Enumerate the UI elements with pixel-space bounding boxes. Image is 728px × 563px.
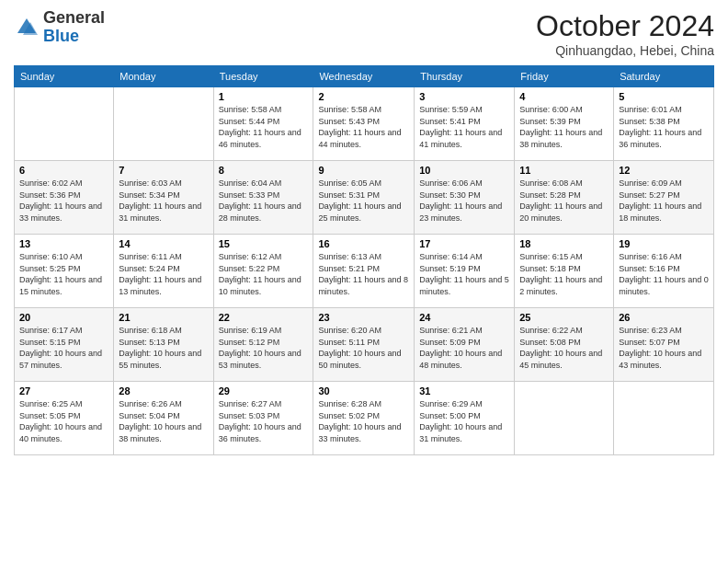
calendar-cell: 28 Sunrise: 6:26 AMSunset: 5:04 PMDaylig… [114, 382, 213, 455]
day-info: Sunrise: 6:15 AMSunset: 5:18 PMDaylight:… [519, 251, 609, 297]
day-info: Sunrise: 6:21 AMSunset: 5:09 PMDaylight:… [419, 325, 509, 371]
calendar-cell: 13 Sunrise: 6:10 AMSunset: 5:25 PMDaylig… [15, 235, 114, 308]
calendar-cell: 19 Sunrise: 6:16 AMSunset: 5:16 PMDaylig… [614, 235, 714, 308]
location: Qinhuangdao, Hebei, China [536, 43, 714, 58]
day-number: 25 [519, 312, 609, 323]
day-info: Sunrise: 5:58 AMSunset: 5:44 PMDaylight:… [219, 104, 309, 150]
day-info: Sunrise: 6:03 AMSunset: 5:34 PMDaylight:… [119, 178, 208, 224]
day-info: Sunrise: 6:08 AMSunset: 5:28 PMDaylight:… [519, 178, 609, 224]
day-number: 10 [419, 165, 509, 176]
calendar-cell: 2 Sunrise: 5:58 AMSunset: 5:43 PMDayligh… [313, 87, 415, 161]
page-header: General Blue October 2024 Qinhuangdao, H… [14, 9, 714, 58]
calendar-week-row: 27 Sunrise: 6:25 AMSunset: 5:05 PMDaylig… [15, 382, 714, 455]
calendar-cell: 15 Sunrise: 6:12 AMSunset: 5:22 PMDaylig… [213, 235, 313, 308]
day-number: 27 [19, 385, 108, 396]
day-number: 29 [219, 385, 309, 396]
calendar-table: Sunday Monday Tuesday Wednesday Thursday… [14, 65, 714, 455]
header-row: Sunday Monday Tuesday Wednesday Thursday… [15, 66, 714, 87]
day-info: Sunrise: 6:18 AMSunset: 5:13 PMDaylight:… [119, 325, 208, 371]
title-block: October 2024 Qinhuangdao, Hebei, China [536, 9, 714, 58]
calendar-cell: 22 Sunrise: 6:19 AMSunset: 5:12 PMDaylig… [213, 308, 313, 382]
day-number: 17 [419, 238, 509, 249]
logo-icon [14, 15, 40, 40]
day-number: 18 [519, 238, 609, 249]
day-info: Sunrise: 6:02 AMSunset: 5:36 PMDaylight:… [19, 178, 108, 224]
calendar-cell: 31 Sunrise: 6:29 AMSunset: 5:00 PMDaylig… [415, 382, 515, 455]
day-info: Sunrise: 5:58 AMSunset: 5:43 PMDaylight:… [318, 104, 409, 150]
day-number: 2 [318, 91, 409, 102]
day-info: Sunrise: 6:16 AMSunset: 5:16 PMDaylight:… [619, 251, 709, 297]
calendar-week-row: 1 Sunrise: 5:58 AMSunset: 5:44 PMDayligh… [15, 87, 714, 161]
day-info: Sunrise: 6:10 AMSunset: 5:25 PMDaylight:… [19, 251, 108, 297]
calendar-cell: 30 Sunrise: 6:28 AMSunset: 5:02 PMDaylig… [313, 382, 415, 455]
calendar-cell: 10 Sunrise: 6:06 AMSunset: 5:30 PMDaylig… [415, 161, 515, 235]
day-info: Sunrise: 6:12 AMSunset: 5:22 PMDaylight:… [219, 251, 309, 297]
logo: General Blue [14, 9, 105, 46]
day-info: Sunrise: 6:11 AMSunset: 5:24 PMDaylight:… [119, 251, 208, 297]
col-sunday: Sunday [15, 66, 114, 87]
calendar-cell: 27 Sunrise: 6:25 AMSunset: 5:05 PMDaylig… [15, 382, 114, 455]
calendar-cell: 20 Sunrise: 6:17 AMSunset: 5:15 PMDaylig… [15, 308, 114, 382]
day-info: Sunrise: 6:25 AMSunset: 5:05 PMDaylight:… [19, 398, 108, 444]
calendar-cell: 16 Sunrise: 6:13 AMSunset: 5:21 PMDaylig… [313, 235, 415, 308]
calendar-cell: 26 Sunrise: 6:23 AMSunset: 5:07 PMDaylig… [614, 308, 714, 382]
col-friday: Friday [515, 66, 614, 87]
day-number: 21 [119, 312, 208, 323]
calendar-cell: 18 Sunrise: 6:15 AMSunset: 5:18 PMDaylig… [515, 235, 614, 308]
day-info: Sunrise: 6:13 AMSunset: 5:21 PMDaylight:… [318, 251, 409, 297]
calendar-cell [614, 382, 714, 455]
calendar-cell: 6 Sunrise: 6:02 AMSunset: 5:36 PMDayligh… [15, 161, 114, 235]
day-number: 6 [19, 165, 108, 176]
day-info: Sunrise: 6:09 AMSunset: 5:27 PMDaylight:… [619, 178, 709, 224]
calendar-cell [114, 87, 213, 161]
day-number: 9 [318, 165, 409, 176]
calendar-cell: 8 Sunrise: 6:04 AMSunset: 5:33 PMDayligh… [213, 161, 313, 235]
day-info: Sunrise: 6:19 AMSunset: 5:12 PMDaylight:… [219, 325, 309, 371]
calendar-cell: 4 Sunrise: 6:00 AMSunset: 5:39 PMDayligh… [515, 87, 614, 161]
calendar-cell: 11 Sunrise: 6:08 AMSunset: 5:28 PMDaylig… [515, 161, 614, 235]
calendar-week-row: 6 Sunrise: 6:02 AMSunset: 5:36 PMDayligh… [15, 161, 714, 235]
calendar-cell: 9 Sunrise: 6:05 AMSunset: 5:31 PMDayligh… [313, 161, 415, 235]
day-info: Sunrise: 6:23 AMSunset: 5:07 PMDaylight:… [619, 325, 709, 371]
day-number: 4 [519, 91, 609, 102]
day-number: 1 [219, 91, 309, 102]
day-info: Sunrise: 6:00 AMSunset: 5:39 PMDaylight:… [519, 104, 609, 150]
calendar-cell: 14 Sunrise: 6:11 AMSunset: 5:24 PMDaylig… [114, 235, 213, 308]
calendar-cell: 21 Sunrise: 6:18 AMSunset: 5:13 PMDaylig… [114, 308, 213, 382]
day-number: 13 [19, 238, 108, 249]
day-number: 12 [619, 165, 709, 176]
calendar-cell: 3 Sunrise: 5:59 AMSunset: 5:41 PMDayligh… [415, 87, 515, 161]
day-info: Sunrise: 6:01 AMSunset: 5:38 PMDaylight:… [619, 104, 709, 150]
col-thursday: Thursday [415, 66, 515, 87]
day-number: 28 [119, 385, 208, 396]
day-info: Sunrise: 6:22 AMSunset: 5:08 PMDaylight:… [519, 325, 609, 371]
day-number: 20 [19, 312, 108, 323]
day-number: 31 [419, 385, 509, 396]
day-number: 5 [619, 91, 709, 102]
day-info: Sunrise: 6:26 AMSunset: 5:04 PMDaylight:… [119, 398, 208, 444]
day-number: 26 [619, 312, 709, 323]
day-info: Sunrise: 6:06 AMSunset: 5:30 PMDaylight:… [419, 178, 509, 224]
calendar-cell: 24 Sunrise: 6:21 AMSunset: 5:09 PMDaylig… [415, 308, 515, 382]
col-tuesday: Tuesday [213, 66, 313, 87]
day-number: 23 [318, 312, 409, 323]
calendar-week-row: 20 Sunrise: 6:17 AMSunset: 5:15 PMDaylig… [15, 308, 714, 382]
day-info: Sunrise: 6:17 AMSunset: 5:15 PMDaylight:… [19, 325, 108, 371]
day-number: 14 [119, 238, 208, 249]
day-number: 30 [318, 385, 409, 396]
day-number: 7 [119, 165, 208, 176]
month-title: October 2024 [536, 9, 714, 43]
day-info: Sunrise: 6:05 AMSunset: 5:31 PMDaylight:… [318, 178, 409, 224]
day-number: 24 [419, 312, 509, 323]
logo-blue-text: Blue [43, 27, 79, 45]
day-info: Sunrise: 6:14 AMSunset: 5:19 PMDaylight:… [419, 251, 509, 297]
calendar-cell [15, 87, 114, 161]
calendar-cell: 5 Sunrise: 6:01 AMSunset: 5:38 PMDayligh… [614, 87, 714, 161]
calendar-cell: 29 Sunrise: 6:27 AMSunset: 5:03 PMDaylig… [213, 382, 313, 455]
day-number: 16 [318, 238, 409, 249]
day-info: Sunrise: 6:28 AMSunset: 5:02 PMDaylight:… [318, 398, 409, 444]
calendar-cell: 12 Sunrise: 6:09 AMSunset: 5:27 PMDaylig… [614, 161, 714, 235]
col-monday: Monday [114, 66, 213, 87]
calendar-cell: 1 Sunrise: 5:58 AMSunset: 5:44 PMDayligh… [213, 87, 313, 161]
calendar-cell: 7 Sunrise: 6:03 AMSunset: 5:34 PMDayligh… [114, 161, 213, 235]
